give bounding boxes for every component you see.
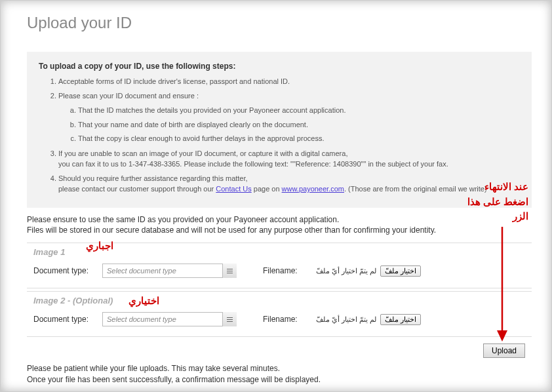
image-2-row: Document type: Select document type File…: [33, 312, 525, 326]
filename-label-1: Filename:: [263, 266, 306, 275]
page-frame: Upload your ID To upload a copy of your …: [0, 0, 552, 392]
doc-type-select-1[interactable]: Select document type: [102, 264, 237, 278]
instructions-heading: To upload a copy of your ID, use the fol…: [39, 62, 520, 71]
sublist-item-a: That the ID matches the details you prov…: [78, 105, 520, 116]
doc-type-select-wrap-2: Select document type: [102, 312, 237, 326]
instruction-sublist: That the ID matches the details you prov…: [58, 105, 520, 144]
file-input-2: اختيار ملفّ لم يتمّ اختيار أيّ ملفّ: [312, 314, 421, 325]
file-status-1: لم يتمّ اختيار أيّ ملفّ: [312, 267, 380, 275]
doc-type-label-1: Document type:: [33, 266, 96, 275]
file-input-1: اختيار ملفّ لم يتمّ اختيار أيّ ملفّ: [312, 265, 421, 277]
file-status-2: لم يتمّ اختيار أيّ ملفّ: [312, 315, 380, 324]
instructions-box: To upload a copy of your ID, use the fol…: [27, 52, 532, 208]
doc-type-select-wrap-1: Select document type: [102, 264, 237, 278]
page-title: Upload your ID: [27, 14, 532, 32]
upload-row: Upload: [27, 343, 532, 358]
image-2-title: Image 2 - (Optional): [33, 296, 525, 305]
instruction-item-1: Acceptable forms of ID include driver's …: [58, 76, 520, 87]
upload-button[interactable]: Upload: [483, 343, 525, 358]
instructions-list: Acceptable forms of ID include driver's …: [39, 76, 520, 195]
image-1-title: Image 1: [33, 247, 525, 257]
filename-label-2: Filename:: [263, 315, 306, 324]
image-2-section: Image 2 - (Optional) Document type: Sele…: [27, 291, 532, 337]
contact-us-link[interactable]: Contact Us: [216, 185, 251, 193]
instruction-item-4: Should you require further assistance re…: [58, 173, 520, 195]
payoneer-link[interactable]: www.payoneer.com: [282, 185, 344, 193]
doc-type-label-2: Document type:: [33, 315, 96, 324]
image-1-row: Document type: Select document type File…: [33, 264, 525, 278]
instruction-item-2: Please scan your ID document and ensure …: [58, 90, 520, 144]
sublist-item-c: That the copy is clear enough to avoid f…: [78, 133, 520, 144]
footer-text: Please be patient while your file upload…: [27, 363, 532, 385]
browse-button-1[interactable]: اختيار ملفّ: [380, 265, 421, 277]
doc-type-select-2[interactable]: Select document type: [102, 312, 237, 326]
sublist-item-b: That your name and date of birth are dis…: [78, 119, 520, 130]
browse-button-2[interactable]: اختيار ملفّ: [380, 314, 421, 325]
notice-text: Please ensure to use the same ID as you …: [27, 214, 532, 237]
instruction-item-3: If you are unable to scan an image of yo…: [58, 148, 520, 170]
image-1-section: Image 1 Document type: Select document t…: [27, 243, 532, 288]
